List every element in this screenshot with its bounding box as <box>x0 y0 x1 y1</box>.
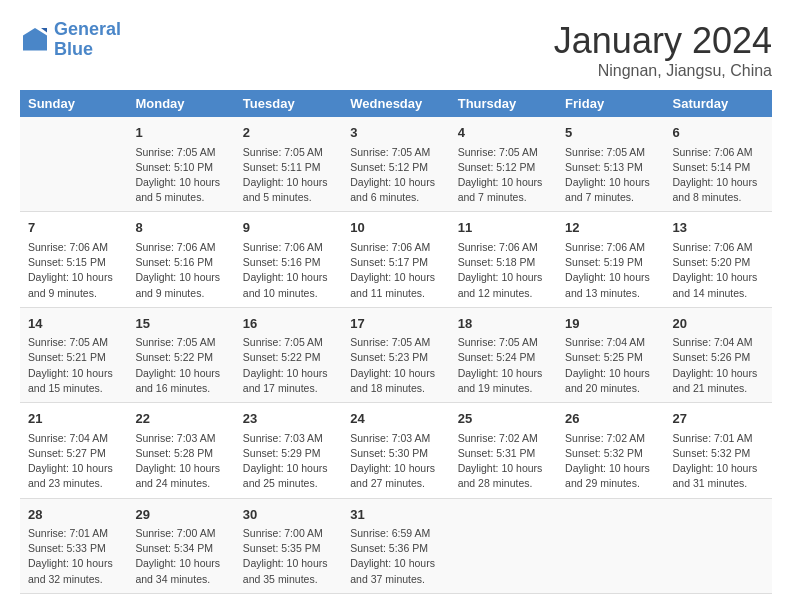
day-cell: 4Sunrise: 7:05 AM Sunset: 5:12 PM Daylig… <box>450 117 557 212</box>
day-cell: 23Sunrise: 7:03 AM Sunset: 5:29 PM Dayli… <box>235 403 342 498</box>
day-cell: 2Sunrise: 7:05 AM Sunset: 5:11 PM Daylig… <box>235 117 342 212</box>
day-cell: 21Sunrise: 7:04 AM Sunset: 5:27 PM Dayli… <box>20 403 127 498</box>
day-number: 16 <box>243 314 334 334</box>
day-cell: 20Sunrise: 7:04 AM Sunset: 5:26 PM Dayli… <box>665 307 772 402</box>
day-number: 19 <box>565 314 656 334</box>
logo-line1: General <box>54 19 121 39</box>
day-number: 22 <box>135 409 226 429</box>
day-info: Sunrise: 6:59 AM Sunset: 5:36 PM Dayligh… <box>350 526 441 587</box>
day-cell: 11Sunrise: 7:06 AM Sunset: 5:18 PM Dayli… <box>450 212 557 307</box>
day-info: Sunrise: 7:05 AM Sunset: 5:22 PM Dayligh… <box>243 335 334 396</box>
day-cell: 6Sunrise: 7:06 AM Sunset: 5:14 PM Daylig… <box>665 117 772 212</box>
day-info: Sunrise: 7:04 AM Sunset: 5:27 PM Dayligh… <box>28 431 119 492</box>
day-number: 25 <box>458 409 549 429</box>
day-number: 17 <box>350 314 441 334</box>
day-info: Sunrise: 7:05 AM Sunset: 5:12 PM Dayligh… <box>350 145 441 206</box>
days-of-week-row: Sunday Monday Tuesday Wednesday Thursday… <box>20 90 772 117</box>
day-info: Sunrise: 7:06 AM Sunset: 5:16 PM Dayligh… <box>135 240 226 301</box>
week-row-1: 1Sunrise: 7:05 AM Sunset: 5:10 PM Daylig… <box>20 117 772 212</box>
day-number: 5 <box>565 123 656 143</box>
title-block: January 2024 Ningnan, Jiangsu, China <box>554 20 772 80</box>
day-cell: 1Sunrise: 7:05 AM Sunset: 5:10 PM Daylig… <box>127 117 234 212</box>
day-info: Sunrise: 7:05 AM Sunset: 5:24 PM Dayligh… <box>458 335 549 396</box>
day-cell: 24Sunrise: 7:03 AM Sunset: 5:30 PM Dayli… <box>342 403 449 498</box>
day-cell: 22Sunrise: 7:03 AM Sunset: 5:28 PM Dayli… <box>127 403 234 498</box>
day-info: Sunrise: 7:06 AM Sunset: 5:19 PM Dayligh… <box>565 240 656 301</box>
day-cell: 18Sunrise: 7:05 AM Sunset: 5:24 PM Dayli… <box>450 307 557 402</box>
day-info: Sunrise: 7:05 AM Sunset: 5:10 PM Dayligh… <box>135 145 226 206</box>
col-monday: Monday <box>127 90 234 117</box>
logo-text: General Blue <box>54 20 121 60</box>
week-row-5: 28Sunrise: 7:01 AM Sunset: 5:33 PM Dayli… <box>20 498 772 593</box>
day-number: 4 <box>458 123 549 143</box>
day-cell <box>450 498 557 593</box>
day-info: Sunrise: 7:05 AM Sunset: 5:11 PM Dayligh… <box>243 145 334 206</box>
day-number: 12 <box>565 218 656 238</box>
day-number: 8 <box>135 218 226 238</box>
day-info: Sunrise: 7:05 AM Sunset: 5:12 PM Dayligh… <box>458 145 549 206</box>
day-info: Sunrise: 7:01 AM Sunset: 5:32 PM Dayligh… <box>673 431 764 492</box>
location: Ningnan, Jiangsu, China <box>554 62 772 80</box>
day-cell: 27Sunrise: 7:01 AM Sunset: 5:32 PM Dayli… <box>665 403 772 498</box>
day-info: Sunrise: 7:00 AM Sunset: 5:35 PM Dayligh… <box>243 526 334 587</box>
day-number: 14 <box>28 314 119 334</box>
day-info: Sunrise: 7:06 AM Sunset: 5:17 PM Dayligh… <box>350 240 441 301</box>
day-number: 24 <box>350 409 441 429</box>
day-info: Sunrise: 7:05 AM Sunset: 5:23 PM Dayligh… <box>350 335 441 396</box>
day-info: Sunrise: 7:03 AM Sunset: 5:29 PM Dayligh… <box>243 431 334 492</box>
page-header: General Blue January 2024 Ningnan, Jiang… <box>20 20 772 80</box>
calendar-header: Sunday Monday Tuesday Wednesday Thursday… <box>20 90 772 117</box>
day-number: 15 <box>135 314 226 334</box>
day-info: Sunrise: 7:05 AM Sunset: 5:21 PM Dayligh… <box>28 335 119 396</box>
col-wednesday: Wednesday <box>342 90 449 117</box>
day-cell: 5Sunrise: 7:05 AM Sunset: 5:13 PM Daylig… <box>557 117 664 212</box>
day-info: Sunrise: 7:06 AM Sunset: 5:15 PM Dayligh… <box>28 240 119 301</box>
day-info: Sunrise: 7:04 AM Sunset: 5:25 PM Dayligh… <box>565 335 656 396</box>
col-thursday: Thursday <box>450 90 557 117</box>
day-cell: 25Sunrise: 7:02 AM Sunset: 5:31 PM Dayli… <box>450 403 557 498</box>
day-cell: 26Sunrise: 7:02 AM Sunset: 5:32 PM Dayli… <box>557 403 664 498</box>
day-cell: 17Sunrise: 7:05 AM Sunset: 5:23 PM Dayli… <box>342 307 449 402</box>
day-info: Sunrise: 7:06 AM Sunset: 5:20 PM Dayligh… <box>673 240 764 301</box>
week-row-2: 7Sunrise: 7:06 AM Sunset: 5:15 PM Daylig… <box>20 212 772 307</box>
col-saturday: Saturday <box>665 90 772 117</box>
day-cell: 13Sunrise: 7:06 AM Sunset: 5:20 PM Dayli… <box>665 212 772 307</box>
month-title: January 2024 <box>554 20 772 62</box>
day-info: Sunrise: 7:02 AM Sunset: 5:32 PM Dayligh… <box>565 431 656 492</box>
logo: General Blue <box>20 20 121 60</box>
day-number: 27 <box>673 409 764 429</box>
day-cell: 28Sunrise: 7:01 AM Sunset: 5:33 PM Dayli… <box>20 498 127 593</box>
calendar-table: Sunday Monday Tuesday Wednesday Thursday… <box>20 90 772 594</box>
svg-marker-1 <box>41 28 47 33</box>
day-cell: 15Sunrise: 7:05 AM Sunset: 5:22 PM Dayli… <box>127 307 234 402</box>
day-number: 28 <box>28 505 119 525</box>
day-info: Sunrise: 7:05 AM Sunset: 5:13 PM Dayligh… <box>565 145 656 206</box>
week-row-3: 14Sunrise: 7:05 AM Sunset: 5:21 PM Dayli… <box>20 307 772 402</box>
day-number: 26 <box>565 409 656 429</box>
day-number: 2 <box>243 123 334 143</box>
day-number: 29 <box>135 505 226 525</box>
day-number: 21 <box>28 409 119 429</box>
day-number: 11 <box>458 218 549 238</box>
day-info: Sunrise: 7:01 AM Sunset: 5:33 PM Dayligh… <box>28 526 119 587</box>
day-info: Sunrise: 7:00 AM Sunset: 5:34 PM Dayligh… <box>135 526 226 587</box>
day-cell <box>557 498 664 593</box>
day-number: 13 <box>673 218 764 238</box>
svg-marker-0 <box>23 28 47 51</box>
col-tuesday: Tuesday <box>235 90 342 117</box>
day-info: Sunrise: 7:06 AM Sunset: 5:16 PM Dayligh… <box>243 240 334 301</box>
day-cell <box>20 117 127 212</box>
day-cell: 3Sunrise: 7:05 AM Sunset: 5:12 PM Daylig… <box>342 117 449 212</box>
day-cell: 12Sunrise: 7:06 AM Sunset: 5:19 PM Dayli… <box>557 212 664 307</box>
day-number: 18 <box>458 314 549 334</box>
day-number: 10 <box>350 218 441 238</box>
day-cell: 7Sunrise: 7:06 AM Sunset: 5:15 PM Daylig… <box>20 212 127 307</box>
day-number: 23 <box>243 409 334 429</box>
day-number: 9 <box>243 218 334 238</box>
day-cell <box>665 498 772 593</box>
day-number: 1 <box>135 123 226 143</box>
day-number: 30 <box>243 505 334 525</box>
day-info: Sunrise: 7:06 AM Sunset: 5:14 PM Dayligh… <box>673 145 764 206</box>
day-info: Sunrise: 7:03 AM Sunset: 5:28 PM Dayligh… <box>135 431 226 492</box>
day-cell: 14Sunrise: 7:05 AM Sunset: 5:21 PM Dayli… <box>20 307 127 402</box>
